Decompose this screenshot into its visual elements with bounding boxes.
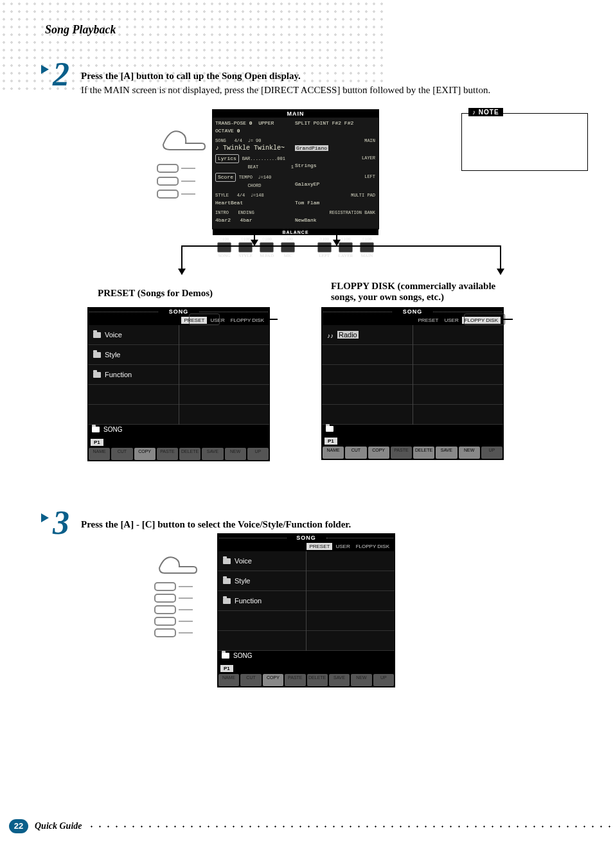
arrow-connector [336, 231, 337, 245]
lyrics-button[interactable]: Lyrics [215, 154, 239, 163]
list-item[interactable]: Radio [322, 325, 413, 345]
list-item[interactable]: Voice [218, 551, 306, 571]
hand-icon [157, 125, 209, 157]
cut-button[interactable]: CUT [345, 447, 366, 459]
cut-button[interactable]: CUT [111, 448, 132, 460]
style-name: HeartBeat [215, 200, 243, 206]
play-triangle-icon [41, 65, 49, 74]
page-tab[interactable]: P1 [91, 439, 103, 446]
folder-icon [223, 578, 231, 584]
copy-button[interactable]: COPY [368, 447, 389, 459]
status-row: SONG [218, 651, 395, 660]
list-item-empty [306, 591, 395, 611]
song-item-label: Radio [337, 331, 359, 339]
tab-floppy[interactable]: FLOPPY DISK [353, 543, 392, 550]
save-button[interactable]: SAVE [202, 448, 223, 460]
bottom-buttons: NAME CUT COPY PASTE DELETE SAVE NEW UP [88, 447, 269, 461]
folder-label: Voice [105, 331, 122, 339]
tab-user[interactable]: USER [333, 543, 352, 550]
split-val2: F#2 [344, 120, 353, 126]
score-button[interactable]: Score [215, 173, 236, 182]
delete-button[interactable]: DELETE [413, 447, 434, 459]
style-time: 4/4 [237, 193, 245, 198]
new-button[interactable]: NEW [351, 674, 371, 686]
save-button[interactable]: SAVE [436, 447, 457, 459]
tab-preset[interactable]: PRESET [415, 317, 441, 324]
up-button[interactable]: UP [481, 447, 502, 459]
line-connector [181, 245, 254, 247]
tab-user[interactable]: USER [441, 317, 461, 324]
multipad-name: Tom Flam [295, 200, 319, 206]
style-tempo: ♩=148 [251, 193, 264, 198]
folder-label: Voice [235, 557, 252, 565]
balance-values: ○100SONG ○100STYLE ○100M.PAD ○100MIC ○10… [213, 235, 378, 258]
copy-button[interactable]: COPY [134, 448, 155, 460]
list-item-empty [88, 385, 179, 405]
name-button[interactable]: NAME [218, 674, 239, 686]
list-item-empty [322, 405, 413, 425]
panel-button-b [157, 177, 179, 186]
tempo-label: TEMPO [239, 175, 253, 180]
transpose-value: 0 [249, 120, 253, 126]
list-item[interactable]: Style [218, 571, 306, 591]
note-label: NOTE [468, 108, 503, 116]
list-item[interactable]: Function [88, 365, 179, 385]
line-connector [254, 245, 337, 247]
list-item[interactable]: Style [88, 345, 179, 365]
tab-floppy[interactable]: FLOPPY DISK [228, 317, 267, 324]
list-item-empty [322, 345, 413, 365]
time-sig: 4/4 [234, 138, 242, 143]
arrow-connector [254, 231, 255, 245]
step2-bold: Press the [A] button to call up the Song… [81, 71, 301, 81]
save-button[interactable]: SAVE [329, 674, 350, 686]
up-button[interactable]: UP [247, 448, 269, 460]
new-button[interactable]: NEW [225, 448, 246, 460]
name-button[interactable]: NAME [323, 447, 344, 459]
main-label: MAIN [364, 138, 375, 143]
main-voice: GrandPiano [295, 145, 328, 151]
list-item-empty [413, 325, 504, 345]
list-item-empty [218, 611, 306, 631]
footer-title: Quick Guide [35, 821, 82, 831]
floppy-caption-line2: songs, your own songs, etc.) [331, 292, 444, 302]
preset-song-screen: SONG PRESETUSERFLOPPY DISK Voice Style F… [87, 307, 270, 461]
note-box: NOTE [461, 113, 588, 171]
panel-buttons-illustration [154, 553, 209, 640]
page-tab-row: P1 [88, 434, 269, 447]
tab-preset[interactable]: PRESET [306, 543, 332, 550]
main-lcd-screen: MAIN TRANS-POSE 0 UPPER OCTAVE 0 SPLIT P… [212, 109, 379, 229]
step2-sub: If the MAIN screen is not displayed, pre… [81, 85, 490, 95]
paste-button[interactable]: PASTE [157, 448, 178, 460]
panel-button-c [157, 190, 179, 199]
lcd-title: MAIN [213, 110, 378, 118]
highlight-preset-tab [189, 314, 220, 325]
delete-button[interactable]: DELETE [179, 448, 200, 460]
list-item[interactable]: Function [218, 591, 306, 611]
list-item-empty [413, 365, 504, 385]
bottom-buttons: NAME CUT COPY PASTE DELETE SAVE NEW UP [218, 673, 395, 687]
name-button[interactable]: NAME [89, 448, 110, 460]
ending-label: ENDING [238, 210, 254, 215]
copy-button[interactable]: COPY [263, 674, 283, 686]
page-tab[interactable]: P1 [324, 438, 337, 445]
step-text: Press the [A] button to call up the Song… [81, 69, 490, 98]
status-text: SONG [103, 426, 122, 433]
list-item-empty [306, 571, 395, 591]
cut-button[interactable]: CUT [240, 674, 261, 686]
list-item[interactable]: Voice [88, 325, 179, 345]
paste-button[interactable]: PASTE [391, 447, 412, 459]
page-tab[interactable]: P1 [220, 665, 233, 672]
list-item-empty [179, 325, 270, 345]
bar-val: 001 [277, 156, 285, 161]
step-2: 2 Press the [A] button to call up the So… [41, 58, 490, 98]
paste-button[interactable]: PASTE [285, 674, 305, 686]
up-button[interactable]: UP [373, 674, 394, 686]
tempo-marker: ♩= 90 [247, 138, 261, 143]
new-button[interactable]: NEW [459, 447, 480, 459]
folder-label: Function [235, 597, 262, 605]
delete-button[interactable]: DELETE [307, 674, 328, 686]
step3-tabs: PRESETUSERFLOPPY DISK [218, 542, 395, 551]
split-label: SPLIT POINT [295, 120, 329, 126]
folder-icon [93, 352, 101, 358]
beat-label: BEAT [247, 164, 258, 170]
